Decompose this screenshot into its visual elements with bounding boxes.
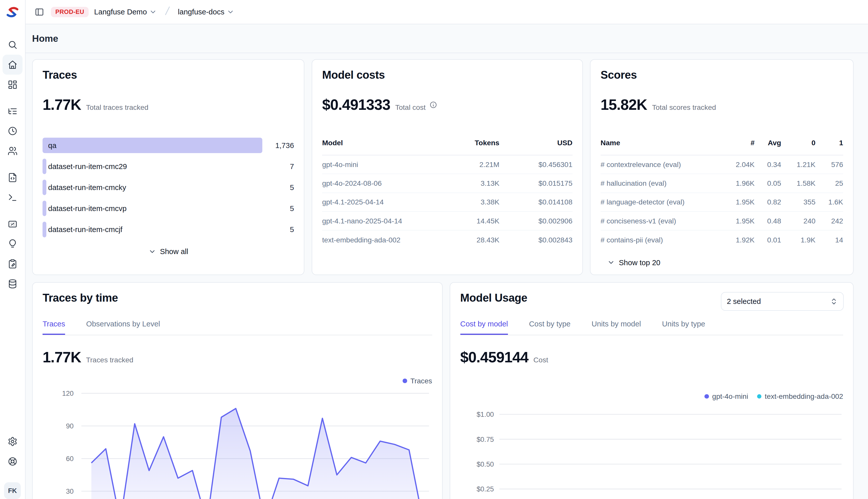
table-row: # contextrelevance (eval)2.04K0.341.21K5… [601, 155, 843, 174]
scores-table: Name#Avg01 # contextrelevance (eval)2.04… [601, 139, 843, 249]
annotations-icon[interactable] [2, 234, 23, 254]
model-usage-card: Model Usage 2 selected Cost by modelCost… [450, 282, 854, 499]
column-header: 1 [815, 139, 843, 147]
environment-badge[interactable]: PROD-EU [51, 7, 88, 17]
table-row: # hallucination (eval)1.96K0.051.58K25 [601, 174, 843, 193]
column-header: Model [322, 139, 439, 147]
info-icon[interactable] [429, 101, 437, 109]
svg-text:120: 120 [62, 389, 74, 397]
svg-text:$0.75: $0.75 [477, 435, 494, 443]
support-icon[interactable] [2, 451, 23, 472]
tab-cost-by-type[interactable]: Cost by type [529, 315, 570, 335]
traces-by-time-card: Traces by time TracesObservations by Lev… [32, 282, 443, 499]
traces-total: 1.77K [43, 96, 81, 113]
sidebar-nav [2, 35, 23, 294]
page-title-bar: Home [26, 24, 868, 53]
traces-card: Traces 1.77K Total traces tracked qa1,73… [32, 59, 305, 275]
traces-tracked-value: 1.77K [43, 349, 81, 366]
legend-item: Traces [403, 377, 432, 385]
column-header: # [718, 139, 754, 147]
legend-item: gpt-4o-mini [704, 392, 748, 401]
trace-bar-row[interactable]: dataset-run-item-cmc297 [43, 159, 294, 174]
model-usage-cost-value: $0.459144 [460, 349, 528, 366]
svg-text:30: 30 [66, 487, 73, 495]
model-costs-total-label: Total cost [395, 103, 426, 112]
main-column: PROD-EU Langfuse Demo langfuse-docs Home [26, 0, 868, 499]
table-row: gpt-4.1-nano-2025-04-1414.45K$0.002906 [322, 212, 572, 231]
svg-text:60: 60 [66, 455, 73, 463]
column-header: USD [499, 139, 572, 147]
users-icon[interactable] [2, 141, 23, 161]
model-select-dropdown[interactable]: 2 selected [721, 292, 844, 311]
column-header: Tokens [439, 139, 499, 147]
trace-bar-row[interactable]: dataset-run-item-cmcky5 [43, 180, 294, 195]
tracing-icon[interactable] [2, 101, 23, 121]
tab-units-by-type[interactable]: Units by type [662, 315, 705, 335]
breadcrumb-org[interactable]: Langfuse Demo [94, 8, 157, 16]
content-area: Traces 1.77K Total traces tracked qa1,73… [26, 53, 868, 499]
playground-icon[interactable] [2, 187, 23, 207]
column-header: Avg [754, 139, 781, 147]
scores-total-label: Total scores tracked [652, 103, 716, 112]
table-row: # conciseness-v1 (eval)1.95K0.48240242 [601, 212, 843, 231]
exports-icon[interactable] [2, 274, 23, 294]
tab-traces[interactable]: Traces [43, 315, 65, 335]
show-top-20-button[interactable]: Show top 20 [601, 258, 843, 267]
top-header: PROD-EU Langfuse Demo langfuse-docs [26, 0, 868, 24]
svg-text:90: 90 [66, 422, 73, 430]
table-row: gpt-4.1-2025-04-143.38K$0.014108 [322, 193, 572, 212]
svg-text:$0.25: $0.25 [477, 485, 494, 493]
legend-dot-icon [757, 394, 761, 399]
table-row: text-embedding-ada-00228.43K$0.002843 [322, 231, 572, 249]
model-costs-table: ModelTokensUSD gpt-4o-mini2.21M$0.456301… [322, 139, 572, 249]
model-select-value: 2 selected [727, 297, 830, 306]
trace-bar-row[interactable]: qa1,736 [43, 138, 294, 153]
table-row: # language-detector (eval)1.95K0.823551.… [601, 193, 843, 212]
scores-title: Scores [601, 69, 843, 81]
trace-bar-row[interactable]: dataset-run-item-cmcvp5 [43, 201, 294, 216]
traces-by-time-title: Traces by time [43, 292, 432, 304]
tab-units-by-model[interactable]: Units by model [592, 315, 641, 335]
traces-tracked-label: Traces tracked [86, 356, 133, 364]
column-header: 0 [781, 139, 816, 147]
home-icon[interactable] [2, 54, 23, 75]
trace-bar-row[interactable]: dataset-run-item-cmcjf5 [43, 222, 294, 237]
traces-card-title: Traces [43, 69, 294, 81]
breadcrumb-separator [162, 6, 172, 18]
tab-observations-by-level[interactable]: Observations by Level [86, 315, 160, 335]
sidebar-toggle-icon[interactable] [33, 6, 45, 18]
show-all-button[interactable]: Show all [43, 247, 294, 256]
traces-chart-legend: Traces [403, 377, 432, 385]
table-row: # contains-pii (eval)1.92K0.011.9K14 [601, 231, 843, 249]
traces-by-time-tabs: TracesObservations by Level [43, 315, 432, 335]
dashboards-icon[interactable] [2, 75, 23, 95]
datasets-icon[interactable] [2, 254, 23, 274]
project-name: langfuse-docs [178, 8, 224, 16]
search-icon[interactable] [2, 35, 23, 55]
page-title: Home [32, 33, 58, 44]
table-row: gpt-4o-mini2.21M$0.456301 [322, 155, 572, 174]
avatar[interactable]: FK [4, 482, 21, 499]
scores-card: Scores 15.82K Total scores tracked Name#… [590, 59, 854, 275]
sidebar-bottom-nav [2, 431, 23, 471]
langfuse-logo-icon[interactable] [3, 3, 22, 22]
model-usage-tabs: Cost by modelCost by typeUnits by modelU… [460, 315, 843, 335]
settings-icon[interactable] [2, 431, 23, 451]
model-costs-total: $0.491333 [322, 96, 390, 113]
app-window: FK PROD-EU Langfuse Demo langfuse-docs H… [0, 0, 868, 499]
chevron-down-icon [149, 8, 157, 16]
tab-cost-by-model[interactable]: Cost by model [460, 315, 508, 335]
evaluators-icon[interactable] [2, 214, 23, 234]
legend-dot-icon [704, 394, 709, 399]
model-costs-title: Model costs [322, 69, 572, 81]
traces-total-label: Total traces tracked [86, 103, 148, 112]
legend-dot-icon [403, 379, 407, 383]
traces-by-time-chart: 120906030 [41, 387, 435, 499]
prompts-icon[interactable] [2, 168, 23, 187]
org-name: Langfuse Demo [94, 8, 147, 16]
model-usage-chart-legend: gpt-4o-minitext-embedding-ada-002 [704, 392, 843, 401]
breadcrumb-project[interactable]: langfuse-docs [178, 8, 234, 16]
sessions-icon[interactable] [2, 121, 23, 141]
legend-item: text-embedding-ada-002 [757, 392, 843, 401]
model-usage-chart: $1.00$0.75$0.50$0.25 [460, 404, 847, 499]
